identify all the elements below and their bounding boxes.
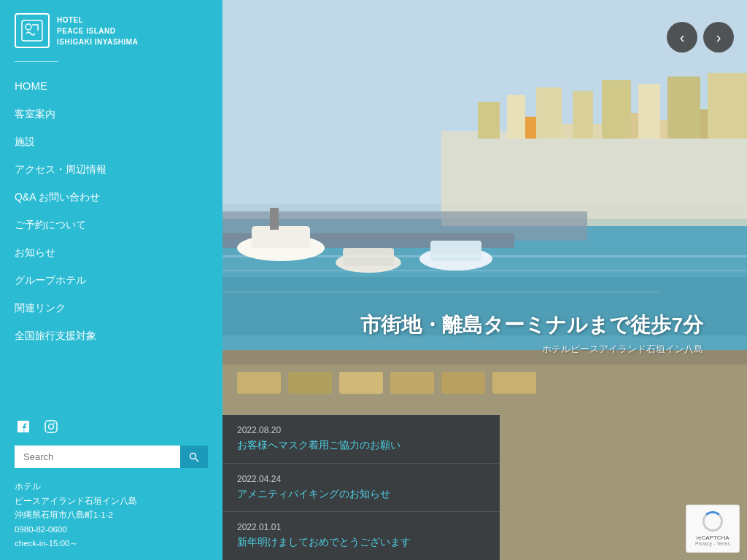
hero-text-area: 市街地・離島ターミナルまで徒歩7分 ホテルピースアイランド石垣イン八島: [360, 312, 703, 356]
news-date-3: 2022.01.01: [237, 522, 485, 532]
svg-rect-0: [22, 20, 42, 41]
nav-item-group[interactable]: グループホテル: [15, 267, 208, 295]
recaptcha-label: reCAPTCHA: [696, 534, 729, 541]
news-date-2: 2022.04.24: [237, 474, 485, 484]
svg-rect-21: [602, 80, 631, 139]
news-item-3: 2022.01.01 新年明けましておめでとうございます: [222, 512, 500, 560]
svg-rect-39: [390, 372, 434, 394]
svg-line-6: [196, 459, 198, 462]
svg-rect-23: [667, 77, 700, 139]
svg-rect-33: [430, 241, 481, 261]
search-area: [0, 443, 222, 477]
search-button[interactable]: [180, 446, 208, 468]
hotel-info: ホテル ピースアイランド石垣イン八島 沖縄県石垣市八島町1-1-2 0980-8…: [0, 477, 222, 560]
nav-item-links[interactable]: 関連リンク: [15, 295, 208, 322]
nav-item-rooms[interactable]: 客室案内: [15, 101, 208, 128]
svg-rect-36: [237, 372, 281, 394]
svg-rect-41: [492, 372, 536, 394]
recaptcha-spinner: [703, 511, 723, 532]
nav-item-qa[interactable]: Q&A お問い合わせ: [15, 184, 208, 211]
next-arrow-icon: ›: [716, 29, 721, 46]
svg-rect-28: [252, 226, 310, 248]
logo-area: HOTEL PEACE ISLAND ISHIGAKI inYASHIMA: [0, 0, 222, 55]
social-icons-area: [0, 409, 222, 443]
nav-item-access[interactable]: アクセス・周辺情報: [15, 156, 208, 184]
svg-rect-17: [478, 102, 500, 139]
svg-rect-37: [288, 372, 332, 394]
main-nav: HOME 客室案内 施設 アクセス・周辺情報 Q&A お問い合わせ ご予約につい…: [0, 72, 222, 409]
hero-main-text: 市街地・離島ターミナルまで徒歩7分: [360, 312, 703, 338]
nav-item-home[interactable]: HOME: [15, 72, 208, 99]
svg-point-3: [49, 424, 54, 429]
svg-rect-18: [507, 95, 525, 139]
svg-rect-29: [270, 208, 279, 230]
next-arrow-button[interactable]: ›: [703, 22, 734, 52]
news-title-2[interactable]: アメニティバイキングのお知らせ: [237, 487, 485, 502]
logo-text: HOTEL PEACE ISLAND ISHIGAKI inYASHIMA: [57, 15, 138, 47]
sidebar: HOTEL PEACE ISLAND ISHIGAKI inYASHIMA HO…: [0, 0, 222, 560]
svg-rect-42: [222, 255, 747, 257]
svg-point-1: [26, 24, 31, 30]
svg-rect-43: [222, 270, 747, 271]
logo-divider: [15, 61, 58, 62]
main-content: ‹ › 市街地・離島ターミナルまで徒歩7分 ホテルピースアイランド石垣イン八島 …: [222, 0, 747, 560]
svg-rect-40: [441, 372, 485, 394]
recaptcha-box: reCAPTCHA Privacy - Terms: [686, 505, 740, 553]
instagram-icon[interactable]: [42, 418, 60, 435]
nav-item-reservation[interactable]: ご予約について: [15, 211, 208, 239]
news-title-1[interactable]: お客様へマスク着用ご協力のお願い: [237, 438, 485, 453]
facebook-icon[interactable]: [15, 418, 32, 435]
news-panel: 2022.08.20 お客様へマスク着用ご協力のお願い 2022.04.24 ア…: [222, 415, 500, 560]
nav-item-facilities[interactable]: 施設: [15, 128, 208, 156]
recaptcha-subtext: Privacy - Terms: [695, 541, 730, 546]
prev-arrow-icon: ‹: [680, 29, 685, 46]
svg-point-5: [190, 453, 196, 459]
svg-rect-22: [638, 84, 660, 139]
news-item-1: 2022.08.20 お客様へマスク着用ご協力のお願い: [222, 415, 500, 464]
svg-rect-44: [222, 292, 660, 293]
news-date-1: 2022.08.20: [237, 425, 485, 435]
nav-item-travel-support[interactable]: 全国旅行支援対象: [15, 322, 208, 350]
search-input[interactable]: [15, 446, 180, 468]
svg-rect-19: [536, 88, 562, 139]
svg-rect-38: [339, 372, 383, 394]
news-title-3[interactable]: 新年明けましておめでとうございます: [237, 535, 485, 550]
svg-rect-2: [45, 421, 57, 432]
svg-rect-24: [708, 73, 747, 139]
nav-item-news[interactable]: お知らせ: [15, 239, 208, 267]
logo-icon: [15, 13, 50, 48]
svg-point-4: [54, 423, 55, 424]
hero-sub-text: ホテルピースアイランド石垣イン八島: [360, 343, 703, 356]
svg-rect-20: [573, 91, 593, 139]
prev-arrow-button[interactable]: ‹: [667, 22, 697, 52]
news-item-2: 2022.04.24 アメニティバイキングのお知らせ: [222, 464, 500, 513]
